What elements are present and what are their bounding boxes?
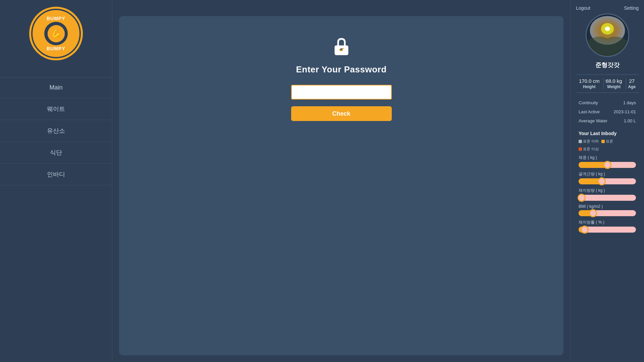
right-top-bar: Logout Setting — [571, 0, 644, 13]
chart-bar-fill-2 — [579, 195, 584, 201]
chart-bar-marker-4 — [581, 226, 589, 234]
logo-arm-icon: 💪 — [44, 22, 68, 45]
chart-bar-fill-3 — [579, 210, 596, 216]
main-content: Enter Your Password Check — [112, 0, 570, 362]
average-water-row: Average Water 1.00 L — [579, 116, 636, 125]
avatar-image — [587, 14, 628, 56]
legend-dot-above — [579, 147, 582, 151]
stats-row: 170.0 cm Height 68.0 kg Weight 27 Age — [576, 74, 639, 93]
inbody-charts: 체중 ( kg )골격근량 ( kg )체지방량 ( kg )BMI ( kg/… — [579, 155, 636, 233]
svg-text:💪: 💪 — [51, 28, 62, 38]
continuity-row: Continuity 1 days — [579, 98, 636, 107]
average-water-value: 1.00 L — [624, 118, 636, 123]
legend-dot-below — [579, 140, 582, 143]
chart-label-2: 체지방량 ( kg ) — [579, 188, 636, 193]
sidebar-item-main[interactable]: Main — [0, 77, 112, 98]
chart-label-0: 체중 ( kg ) — [579, 155, 636, 161]
legend-above: 표준 이상 — [579, 146, 599, 152]
chart-bar-fill-1 — [579, 178, 604, 184]
inbody-legend: 표준 이하 표준 표준 이상 — [579, 139, 636, 152]
profile-avatar — [586, 13, 629, 57]
avatar-svg — [587, 13, 628, 57]
password-input[interactable] — [291, 85, 392, 100]
chart-bar-bg-1 — [579, 178, 636, 184]
arm-svg: 💪 — [47, 24, 65, 43]
chart-bar-bg-2 — [579, 195, 636, 201]
top-progress-bar — [119, 7, 564, 9]
info-section: Continuity 1 days Last Active 2023-11-01… — [576, 98, 639, 125]
chart-label-1: 골격근량 ( kg ) — [579, 171, 636, 177]
sidebar-item-cardio[interactable]: 유산소 — [0, 120, 112, 142]
logo-bottom-text: BUMPY — [47, 46, 65, 51]
stat-height: 170.0 cm Height — [579, 78, 600, 89]
sidebar-item-weight[interactable]: 웨이트 — [0, 98, 112, 120]
legend-text-above: 표준 이상 — [583, 146, 599, 152]
age-value: 27 — [629, 78, 635, 84]
last-active-value: 2023-11-01 — [614, 109, 636, 114]
chart-bar-marker-1 — [598, 177, 606, 185]
sidebar-nav: Main 웨이트 유산소 식단 인바디 — [0, 77, 112, 185]
legend-text-below: 표준 이하 — [583, 139, 599, 144]
weight-value: 68.0 kg — [605, 78, 622, 84]
chart-label-4: 체지방률 ( % ) — [579, 220, 636, 225]
stat-weight: 68.0 kg Weight — [605, 78, 622, 89]
sidebar-item-inbody[interactable]: 인바디 — [0, 164, 112, 185]
lock-icon — [331, 36, 352, 56]
chart-group-4: 체지방률 ( % ) — [579, 220, 636, 233]
chart-bar-bg-0 — [579, 162, 636, 168]
chart-label-3: BMI ( kg/m2 ) — [579, 204, 636, 209]
svg-point-8 — [605, 26, 610, 31]
logout-link[interactable]: Logout — [576, 5, 590, 11]
inbody-section: Your Last Inbody 표준 이하 표준 표준 이상 체중 ( kg … — [576, 131, 639, 236]
lock-icon-container — [331, 36, 352, 58]
age-label: Age — [628, 84, 636, 89]
legend-normal: 표준 — [601, 139, 613, 144]
height-value: 170.0 cm — [579, 78, 600, 84]
legend-below: 표준 이하 — [579, 139, 599, 144]
logo-top-text: BUMPY — [47, 16, 65, 21]
stat-age: 27 Age — [628, 78, 636, 89]
chart-group-0: 체중 ( kg ) — [579, 155, 636, 168]
legend-text-normal: 표준 — [606, 139, 613, 144]
last-active-label: Last Active — [579, 109, 600, 114]
app-logo: BUMPY 💪 BUMPY — [29, 7, 83, 60]
continuity-value: 1 days — [623, 100, 636, 105]
chart-bar-marker-2 — [578, 194, 586, 202]
height-label: Height — [583, 84, 595, 89]
chart-group-3: BMI ( kg/m2 ) — [579, 204, 636, 216]
last-active-row: Last Active 2023-11-01 — [579, 107, 636, 116]
chart-bar-bg-3 — [579, 210, 636, 216]
average-water-label: Average Water — [579, 118, 607, 123]
sidebar-item-diet[interactable]: 식단 — [0, 142, 112, 164]
right-panel: Logout Setting — [570, 0, 644, 362]
chart-group-1: 골격근량 ( kg ) — [579, 171, 636, 184]
legend-dot-normal — [601, 140, 605, 143]
chart-bar-bg-4 — [579, 227, 636, 233]
chart-bar-fill-0 — [579, 162, 610, 168]
profile-section: 준형갓갓 170.0 cm Height 68.0 kg Weight 27 A… — [571, 13, 644, 241]
setting-link[interactable]: Setting — [624, 5, 639, 11]
profile-name: 준형갓갓 — [595, 61, 620, 69]
weight-label: Weight — [607, 84, 621, 89]
chart-bar-fill-4 — [579, 227, 587, 233]
continuity-label: Continuity — [579, 100, 598, 105]
password-title: Enter Your Password — [296, 64, 386, 75]
sidebar: BUMPY 💪 BUMPY Main 웨이트 유산소 식단 인바디 — [0, 0, 112, 362]
chart-bar-marker-3 — [589, 209, 597, 217]
chart-bar-marker-0 — [603, 161, 611, 169]
chart-group-2: 체지방량 ( kg ) — [579, 188, 636, 201]
password-panel: Enter Your Password Check — [119, 16, 564, 355]
check-button[interactable]: Check — [291, 106, 392, 121]
inbody-title: Your Last Inbody — [579, 131, 636, 136]
